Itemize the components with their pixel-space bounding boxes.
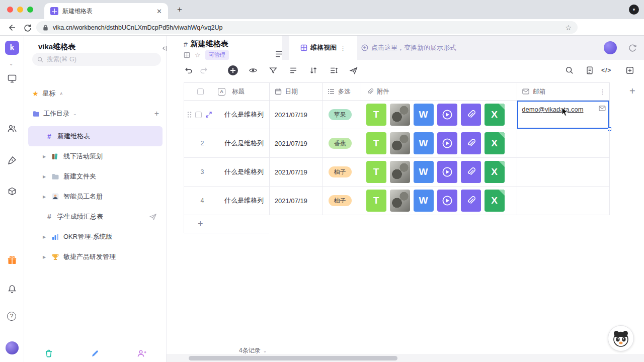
reload-icon[interactable] [23,23,32,32]
expand-arrow-icon[interactable]: ▶ [41,174,47,179]
widget-icon[interactable] [625,66,634,75]
attachment-video-icon[interactable] [437,161,457,183]
view-tab-menu-icon[interactable]: ⋮ [340,44,346,52]
insert-record-icon[interactable] [227,65,238,76]
cell-title[interactable]: 什么是维格列 [184,101,270,129]
active-view-tab[interactable]: 维格视图 ⋮ [289,36,357,60]
expand-arrow-icon[interactable]: ▶ [41,195,47,199]
cell-attachments[interactable]: T W X [361,101,518,129]
help-icon[interactable]: ? [7,312,16,321]
attachment-excel-file-icon[interactable]: X [485,104,505,126]
browser-tab[interactable]: 新建维格表 ✕ [44,3,168,19]
trash-icon[interactable] [44,349,53,358]
sidebar-item-new-grid[interactable]: # 新建维格表 [28,126,163,146]
add-node-button[interactable]: + [154,109,159,118]
filter-icon[interactable] [269,66,278,75]
attachment-image-icon[interactable] [390,132,410,154]
attachment-clip-icon[interactable] [461,161,481,183]
attachment-word-file-icon[interactable]: W [414,161,434,183]
invite-member-icon[interactable] [137,349,146,358]
favorite-star-icon[interactable]: ☆ [195,51,201,59]
pen-tool-icon[interactable] [7,155,17,165]
cell-multiselect[interactable]: 苹果 [323,101,361,129]
cell-multiselect[interactable]: 香蕉 [323,129,361,158]
expand-arrow-icon[interactable]: ▶ [41,154,47,159]
send-email-icon[interactable] [599,106,606,111]
column-header-email[interactable]: 邮箱 ⋮ [517,83,610,101]
gift-icon[interactable] [7,255,17,265]
add-column-button[interactable]: + [629,85,635,97]
mac-zoom-button[interactable] [27,7,33,13]
attachment-text-file-icon[interactable]: T [366,104,386,126]
cell-multiselect[interactable]: 柚子 [323,158,361,187]
column-header-title[interactable]: A 标题 [184,83,270,101]
cell-date[interactable]: 2021/07/19 [270,187,323,215]
cell-attachments[interactable]: T W X [361,129,518,158]
tag-pill[interactable]: 柚子 [329,166,352,177]
bookmark-star-icon[interactable]: ☆ [565,24,572,32]
sidebar-search[interactable] [32,53,161,66]
sidebar-item-offline-events[interactable]: ▶ 线下活动策划 [28,146,163,166]
expand-record-icon[interactable] [205,111,212,118]
back-icon[interactable] [7,23,16,32]
cell-title[interactable]: 2 什么是维格列 [184,129,270,158]
starred-section-header[interactable]: ★ 星标 ∧ [32,89,63,98]
cell-date[interactable]: 2021/07/19 [270,101,323,129]
cell-email[interactable] [517,158,610,187]
sidebar-item-agile-rd[interactable]: ▶ 敏捷产品研发管理 [28,247,163,267]
workspace-switch-chevron-icon[interactable]: ⌄ [9,61,13,66]
tag-pill[interactable]: 香蕉 [329,138,352,149]
member-avatar[interactable] [604,41,617,54]
select-all-checkbox[interactable] [197,88,204,95]
attachment-video-icon[interactable] [437,104,457,126]
cell-date[interactable]: 2021/07/19 [270,158,323,187]
cell-email[interactable] [517,187,610,215]
attachment-excel-file-icon[interactable]: X [485,161,505,183]
contacts-icon[interactable] [7,124,17,134]
attachment-video-icon[interactable] [437,132,457,154]
tab-close-icon[interactable]: ✕ [156,8,162,15]
attachment-word-file-icon[interactable]: W [414,132,434,154]
bell-icon[interactable] [7,284,17,294]
chevron-up-icon[interactable]: ∧ [60,91,63,96]
attachment-image-icon[interactable] [390,104,410,126]
column-header-multiselect[interactable]: 多选 [323,83,361,101]
attachment-text-file-icon[interactable]: T [366,161,386,183]
search-input[interactable] [47,56,156,63]
attachment-image-icon[interactable] [390,161,410,183]
cell-attachments[interactable]: T W X [361,187,518,215]
attachment-image-icon[interactable] [390,190,410,212]
column-header-attachment[interactable]: 附件 [361,83,518,101]
expand-arrow-icon[interactable]: ▶ [41,255,47,259]
attachment-word-file-icon[interactable]: W [414,190,434,212]
search-table-icon[interactable] [565,66,574,75]
sidebar-item-grade-summary[interactable]: # 学生成绩汇总表 [28,207,163,227]
template-box-icon[interactable] [7,187,17,197]
share-icon[interactable] [349,66,358,75]
row-height-icon[interactable] [329,66,338,75]
attachment-clip-icon[interactable] [461,132,481,154]
hide-fields-eye-icon[interactable] [249,66,258,75]
expand-arrow-icon[interactable]: ▶ [41,235,47,239]
cell-multiselect[interactable]: 柚子 [323,187,361,215]
tag-pill[interactable]: 苹果 [329,109,352,120]
share-plane-icon[interactable] [149,213,156,220]
cell-attachments[interactable]: T W X [361,158,518,187]
browser-profile-circle[interactable]: ▾ [629,5,639,15]
undo-icon[interactable] [184,66,193,75]
workbench-icon[interactable] [7,73,17,83]
column-header-date[interactable]: 日期 [270,83,323,101]
chevron-down-icon[interactable]: ⌄ [73,111,77,116]
group-icon[interactable] [289,66,298,75]
vika-logo[interactable]: k [5,41,19,55]
attachment-excel-file-icon[interactable]: X [485,190,505,212]
cell-title[interactable]: 3 什么是维格列 [184,158,270,187]
sidebar-item-okr[interactable]: ▶ OKR管理-系统版 [28,227,163,247]
pen-icon[interactable] [91,349,100,358]
mac-minimize-button[interactable] [17,7,23,13]
api-icon[interactable]: </> [601,67,611,74]
email-link[interactable]: demo@vikadata.com [522,106,583,113]
redo-icon[interactable] [199,66,208,75]
attachment-clip-icon[interactable] [461,190,481,212]
sidebar-item-new-folder[interactable]: ▶ 新建文件夹 [28,166,163,187]
